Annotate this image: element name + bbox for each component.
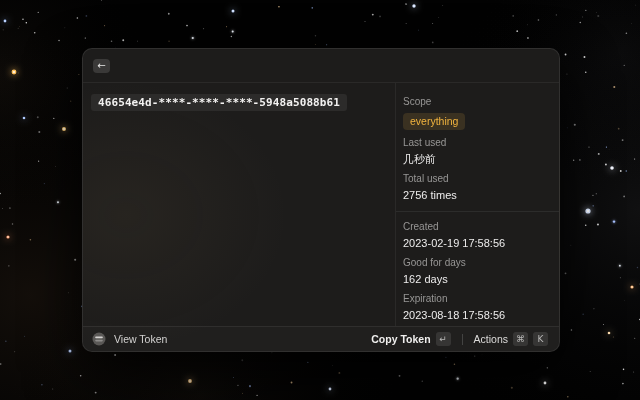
expiration-value: 2023-08-18 17:58:56: [403, 308, 549, 322]
sidebar-divider: [396, 211, 559, 212]
footer-actions: Copy Token ↵ Actions ⌘ K: [369, 330, 550, 348]
metadata-sidebar: Scope everything Last used 几秒前 Total use…: [396, 83, 559, 326]
total-used-label: Total used: [403, 173, 549, 185]
created-value: 2023-02-19 17:58:56: [403, 236, 549, 250]
window-content: 46654e4d-****-****-****-5948a5088b61 Sco…: [83, 83, 559, 326]
k-key-icon: K: [533, 332, 548, 346]
scope-label: Scope: [403, 96, 549, 108]
total-used-value: 2756 times: [403, 188, 549, 202]
last-used-label: Last used: [403, 137, 549, 149]
actions-button[interactable]: Actions ⌘ K: [472, 330, 550, 348]
token-extension-icon: [92, 332, 106, 346]
copy-token-label: Copy Token: [371, 333, 430, 345]
total-used-field: Total used 2756 times: [403, 173, 549, 202]
scope-badge: everything: [403, 113, 465, 130]
token-detail-window: ← 46654e4d-****-****-****-5948a5088b61 S…: [82, 48, 560, 352]
return-key-icon: ↵: [436, 332, 451, 346]
created-field: Created 2023-02-19 17:58:56: [403, 221, 549, 250]
copy-token-button[interactable]: Copy Token ↵: [369, 330, 452, 348]
window-footer: View Token Copy Token ↵ Actions ⌘ K: [83, 326, 559, 351]
footer-separator: [462, 334, 463, 345]
view-token-label: View Token: [114, 333, 167, 345]
scope-field: Scope everything: [403, 96, 549, 130]
expiration-label: Expiration: [403, 293, 549, 305]
main-panel: 46654e4d-****-****-****-5948a5088b61: [83, 83, 395, 326]
back-arrow-icon: ←: [97, 60, 105, 71]
token-value[interactable]: 46654e4d-****-****-****-5948a5088b61: [91, 94, 347, 111]
expiration-field: Expiration 2023-08-18 17:58:56: [403, 293, 549, 322]
last-used-field: Last used 几秒前: [403, 137, 549, 166]
actions-label: Actions: [474, 333, 508, 345]
good-for-days-label: Good for days: [403, 257, 549, 269]
good-for-days-value: 162 days: [403, 272, 549, 286]
command-key-icon: ⌘: [513, 332, 528, 346]
created-label: Created: [403, 221, 549, 233]
last-used-value: 几秒前: [403, 152, 549, 166]
back-button[interactable]: ←: [93, 59, 110, 73]
window-header: ←: [83, 49, 559, 83]
good-for-days-field: Good for days 162 days: [403, 257, 549, 286]
footer-status: View Token: [92, 332, 167, 346]
